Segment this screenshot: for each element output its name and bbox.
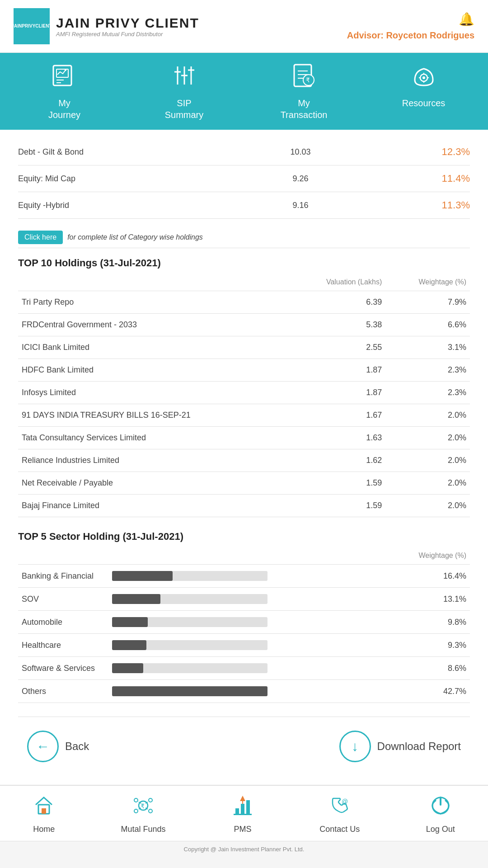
holding-name-6: Tata Consultancy Services Limited: [18, 427, 289, 449]
back-icon: ←: [27, 731, 59, 762]
sector-row-0: Banking & Financial 16.4%: [18, 565, 470, 588]
tab-resources[interactable]: Resources: [364, 62, 483, 121]
cat-value-0: 10.03: [244, 147, 357, 157]
contact-icon: @: [329, 795, 351, 821]
cat-name-2: Equity -Hybrid: [18, 201, 244, 210]
holding-name-8: Net Receivable / Payable: [18, 472, 289, 495]
home-label: Home: [33, 825, 55, 834]
back-button[interactable]: ← Back: [27, 731, 89, 762]
sector-pct-3: 9.3%: [271, 634, 470, 657]
cat-value-1: 9.26: [244, 174, 357, 184]
tab-my-journey[interactable]: MyJourney: [5, 62, 124, 121]
holding-pct-8: 2.0%: [385, 472, 470, 495]
holding-value-7: 1.62: [289, 449, 385, 472]
brand-name: JAIN PRIVY CLIENT: [56, 15, 199, 31]
footer-home[interactable]: Home: [33, 795, 55, 834]
download-icon: ↓: [339, 731, 371, 762]
holding-pct-1: 6.6%: [385, 314, 470, 336]
download-label: Download Report: [377, 740, 461, 753]
sector-pct-0: 16.4%: [271, 565, 470, 588]
sector-bar-5: [108, 680, 271, 703]
svg-rect-38: [234, 814, 252, 815]
holding-value-3: 1.87: [289, 359, 385, 382]
svg-rect-37: [246, 800, 250, 814]
sector-pct-5: 42.7%: [271, 680, 470, 703]
svg-point-29: [134, 809, 138, 813]
holding-name-2: ICICI Bank Limited: [18, 336, 289, 359]
svg-point-4: [65, 69, 66, 71]
advisor-name: Royceton Rodrigues: [386, 30, 474, 40]
sector-bar-2: [108, 611, 271, 634]
holding-row-4: Infosys Limited 1.87 2.3%: [18, 382, 470, 404]
sector-pct-1: 13.1%: [271, 588, 470, 611]
logo-area: JAIN PRIVY CLIENT JAIN PRIVY CLIENT AMFI…: [14, 8, 199, 44]
main-content: Debt - Gilt & Bond 10.03 12.3% Equity: M…: [0, 130, 488, 785]
click-here-bar: Click here for complete list of Category…: [18, 227, 470, 248]
sector-name-0: Banking & Financial: [18, 565, 108, 588]
sector-table: Weightage (%) Banking & Financial 16.4% …: [18, 547, 470, 703]
footer-mutual-funds[interactable]: ₹ Mutal Funds: [121, 795, 166, 834]
svg-rect-36: [241, 804, 244, 814]
holding-pct-0: 7.9%: [385, 291, 470, 314]
resources-icon: [410, 62, 437, 93]
logo-text: JAIN: [12, 24, 22, 29]
click-here-button[interactable]: Click here: [18, 231, 63, 244]
holding-row-8: Net Receivable / Payable 1.59 2.0%: [18, 472, 470, 495]
holding-pct-4: 2.3%: [385, 382, 470, 404]
svg-point-22: [422, 76, 425, 79]
holding-name-9: Bajaj Finance Limited: [18, 495, 289, 517]
sector-row-5: Others 42.7%: [18, 680, 470, 703]
top10-title: TOP 10 Holdings (31-Jul-2021): [18, 257, 470, 269]
svg-rect-35: [235, 808, 239, 814]
journey-icon: [51, 62, 78, 93]
sector-bar-1: [108, 588, 271, 611]
advisor-label: Advisor:: [347, 30, 384, 40]
pms-icon: [232, 795, 253, 821]
holding-row-1: FRDCentral Government - 2033 5.38 6.6%: [18, 314, 470, 336]
svg-point-30: [149, 809, 152, 813]
tagline: AMFI Registered Mutual Fund Distributor: [56, 31, 199, 38]
holding-name-5: 91 DAYS INDIA TREASURY BILLS 16-SEP-21: [18, 404, 289, 427]
home-icon: [33, 795, 55, 821]
col-valuation: Valuation (Lakhs): [289, 274, 385, 291]
sector-bar-0: [108, 565, 271, 588]
footer-contact-us[interactable]: @ Contact Us: [319, 795, 360, 834]
svg-rect-24: [42, 808, 46, 814]
holding-pct-7: 2.0%: [385, 449, 470, 472]
holding-pct-9: 2.0%: [385, 495, 470, 517]
pms-label: PMS: [234, 825, 251, 834]
holding-value-0: 6.39: [289, 291, 385, 314]
notification-icon[interactable]: 🔔: [459, 12, 474, 27]
cat-pct-1: 11.4%: [357, 173, 470, 184]
holding-row-2: ICICI Bank Limited 2.55 3.1%: [18, 336, 470, 359]
holding-name-7: Reliance Industries Limited: [18, 449, 289, 472]
header: JAIN PRIVY CLIENT JAIN PRIVY CLIENT AMFI…: [0, 0, 488, 53]
footer-pms[interactable]: PMS: [232, 795, 253, 834]
holding-row-0: Tri Party Repo 6.39 7.9%: [18, 291, 470, 314]
sector-name-4: Software & Services: [18, 657, 108, 680]
action-row: ← Back ↓ Download Report: [18, 717, 470, 776]
svg-text:₹: ₹: [141, 802, 145, 810]
tab-sip-summary[interactable]: SIPSummary: [124, 62, 244, 121]
footer-logout[interactable]: Log Out: [426, 795, 455, 834]
holding-row-9: Bajaj Finance Limited 1.59 2.0%: [18, 495, 470, 517]
tab-my-transaction[interactable]: ₹ MyTransaction: [244, 62, 364, 121]
category-row-1: Equity: Mid Cap 9.26 11.4%: [18, 165, 470, 192]
logo-text2: PRIVY: [22, 24, 35, 29]
holding-name-3: HDFC Bank Limited: [18, 359, 289, 382]
svg-marker-39: [240, 796, 245, 801]
holdings-table: Valuation (Lakhs) Weightage (%) Tri Part…: [18, 274, 470, 517]
sector-bar-3: [108, 634, 271, 657]
logo-text3: CLIENT: [35, 24, 52, 29]
click-here-text: for complete list of Category wise holdi…: [67, 233, 203, 241]
sector-pct-4: 8.6%: [271, 657, 470, 680]
download-button[interactable]: ↓ Download Report: [339, 731, 461, 762]
category-row-0: Debt - Gilt & Bond 10.03 12.3%: [18, 139, 470, 165]
sector-row-1: SOV 13.1%: [18, 588, 470, 611]
sector-pct-2: 9.8%: [271, 611, 470, 634]
holding-row-5: 91 DAYS INDIA TREASURY BILLS 16-SEP-21 1…: [18, 404, 470, 427]
category-row-2: Equity -Hybrid 9.16 11.3%: [18, 192, 470, 219]
holding-pct-3: 2.3%: [385, 359, 470, 382]
copyright: Copyright @ Jain Investment Planner Pvt.…: [0, 841, 488, 857]
holding-value-4: 1.87: [289, 382, 385, 404]
